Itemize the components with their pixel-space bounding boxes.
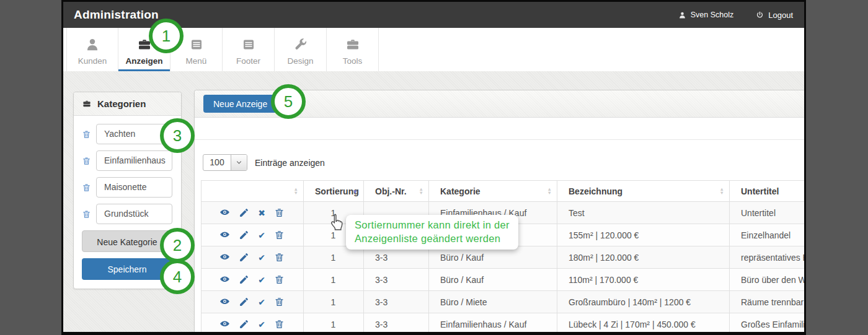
view-icon[interactable]: [219, 207, 230, 218]
view-icon[interactable]: [219, 319, 230, 329]
bezeichnung-cell: 155m² | 120.000 €: [557, 224, 730, 246]
category-input[interactable]: Maisonette: [96, 177, 172, 198]
edit-icon[interactable]: [239, 274, 249, 285]
logout-button[interactable]: Logout: [756, 11, 793, 20]
new-ad-button[interactable]: Neue Anzeige: [203, 95, 277, 113]
view-icon[interactable]: [219, 252, 230, 263]
untertitel-cell: Räume trennbar: [730, 291, 807, 313]
objnr-cell: [364, 224, 429, 246]
power-icon: [756, 11, 764, 19]
sort-both-icon: ▲▼: [547, 188, 552, 195]
untertitel-cell: Büro über den Wo: [730, 269, 807, 291]
deactivate-icon[interactable]: ✖: [258, 208, 265, 218]
sort-number-cell[interactable]: 1: [304, 246, 364, 269]
page-size-select[interactable]: 100: [203, 154, 247, 171]
view-icon[interactable]: [219, 230, 230, 240]
sort-number-cell[interactable]: 1: [304, 313, 364, 335]
bezeichnung-cell: Lübeck | 4 Zi | 170m² | 450.000 €: [557, 313, 730, 335]
tab-label: Design: [287, 56, 313, 66]
objnr-cell: 3-3: [364, 269, 429, 291]
page-size-value: 100: [203, 155, 231, 170]
bezeichnung-cell: Test: [557, 202, 730, 224]
kategorie-cell: Einfamilienhaus / Kauf: [429, 313, 557, 335]
topbar: Administration Sven Scholz Logout: [63, 2, 804, 28]
tab-design[interactable]: Design: [275, 28, 327, 71]
sort-number-cell[interactable]: 1: [304, 202, 364, 224]
user-icon: [678, 11, 686, 19]
bezeichnung-cell: Großraumbüro | 140m² | 1200 €: [557, 291, 730, 313]
category-input[interactable]: Grundstück: [96, 204, 172, 224]
page-title: Administration: [63, 8, 159, 22]
trash-icon[interactable]: [274, 230, 285, 240]
select-arrow: [231, 155, 247, 170]
table-row: ✔ 1 3-3 Büro / Kauf 180m² | 120.000 € re…: [202, 246, 807, 269]
trash-icon[interactable]: [274, 319, 285, 329]
tab-footer[interactable]: Footer: [223, 28, 275, 71]
ads-table: ▲▼ Sortierung ▼ Obj.-Nr. ▲▼ Ka: [201, 180, 806, 335]
activate-icon[interactable]: ✔: [258, 297, 265, 307]
column-header-sortierung[interactable]: Sortierung ▼: [304, 181, 364, 202]
ads-panel-header: Neue Anzeige: [195, 90, 806, 118]
view-icon[interactable]: [219, 274, 230, 285]
table-header-row: ▲▼ Sortierung ▼ Obj.-Nr. ▲▼ Ka: [202, 181, 807, 202]
category-input[interactable]: Einfamilienhaus: [96, 150, 172, 171]
category-input[interactable]: Yachten: [96, 124, 172, 144]
activate-icon[interactable]: ✔: [258, 320, 265, 329]
column-label: Obj.-Nr.: [375, 186, 407, 196]
trash-icon[interactable]: [82, 183, 91, 193]
current-user[interactable]: Sven Scholz: [678, 11, 733, 19]
chevron-down-icon: [236, 159, 242, 166]
admin-window: Administration Sven Scholz Logout Kunden…: [61, 0, 806, 335]
trash-icon[interactable]: [82, 156, 91, 166]
sort-both-icon: ▲▼: [419, 188, 423, 195]
kategorie-cell: Büro / Kauf: [429, 246, 557, 269]
untertitel-cell: Einzelhandel: [730, 224, 807, 246]
tab-kunden[interactable]: Kunden: [66, 28, 118, 71]
sort-number-cell[interactable]: 1: [304, 224, 364, 246]
view-icon[interactable]: [219, 297, 230, 307]
tab-anzeigen[interactable]: Anzeigen: [118, 28, 170, 71]
column-header-untertitel[interactable]: Untertitel: [730, 181, 807, 202]
trash-icon[interactable]: [274, 252, 285, 263]
trash-icon[interactable]: [82, 209, 91, 219]
edit-icon[interactable]: [239, 230, 249, 240]
sort-number-cell[interactable]: 1: [304, 291, 364, 313]
objnr-cell: 3-3: [364, 313, 429, 335]
trash-icon[interactable]: [274, 207, 285, 218]
table-row: ✖ 1 Einfamilienhaus / Kauf Test Untertit…: [202, 202, 807, 224]
tab-menu[interactable]: Menü: [170, 28, 223, 71]
save-button[interactable]: Speichern: [82, 258, 172, 280]
trash-icon[interactable]: [82, 129, 91, 139]
untertitel-cell: Untertitel: [730, 202, 807, 224]
category-row: Einfamilienhaus: [82, 150, 172, 171]
sort-both-icon: ▲▼: [294, 188, 298, 195]
edit-icon[interactable]: [239, 207, 249, 218]
edit-icon[interactable]: [239, 297, 249, 307]
column-header-actions[interactable]: ▲▼: [202, 181, 304, 202]
objnr-cell: [364, 202, 429, 224]
tab-label: Anzeigen: [125, 56, 162, 66]
list-icon: [241, 37, 257, 52]
tab-tools[interactable]: Tools: [327, 28, 379, 71]
tab-label: Footer: [236, 56, 260, 66]
column-header-bezeichnung[interactable]: Bezeichnung ▲▼: [557, 181, 730, 202]
column-header-objnr[interactable]: Obj.-Nr. ▲▼: [364, 181, 429, 202]
edit-icon[interactable]: [239, 319, 249, 329]
category-row: Yachten: [82, 124, 172, 144]
kategorie-cell: [429, 224, 557, 246]
main-nav: Kunden Anzeigen Menü Footer Design Tools: [63, 28, 804, 72]
sort-number-cell[interactable]: 1: [304, 269, 364, 291]
activate-icon[interactable]: ✔: [258, 275, 265, 285]
briefcase-icon: [82, 99, 92, 108]
kategorie-cell: Büro / Kauf: [429, 269, 557, 291]
person-icon: [84, 37, 100, 52]
trash-icon[interactable]: [274, 274, 285, 285]
table-row: ✔ 1 3-3 Büro / Kauf 110m² | 170.000 € Bü…: [202, 269, 807, 291]
activate-icon[interactable]: ✔: [258, 230, 265, 240]
sort-both-icon: ▲▼: [720, 188, 724, 195]
column-header-kategorie[interactable]: Kategorie ▲▼: [429, 181, 557, 202]
new-category-button[interactable]: Neue Kategorie: [82, 230, 172, 252]
activate-icon[interactable]: ✔: [258, 253, 265, 263]
edit-icon[interactable]: [239, 252, 249, 263]
trash-icon[interactable]: [274, 297, 285, 307]
